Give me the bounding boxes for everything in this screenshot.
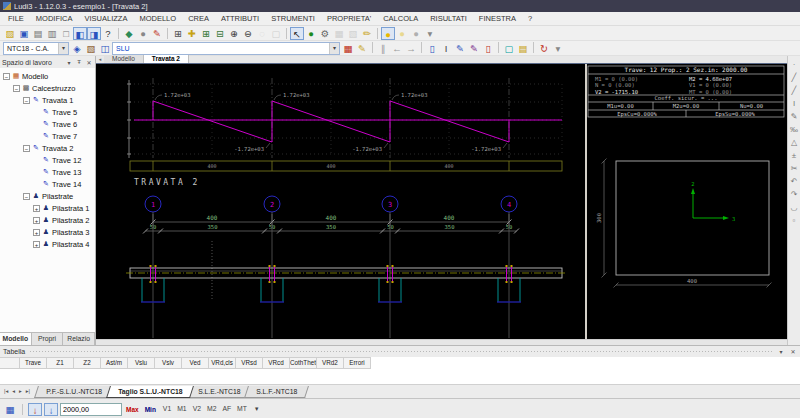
plusminus-tool-icon[interactable]: ± xyxy=(789,149,800,162)
tree-item-trave-14[interactable]: ✎ Trave 14 xyxy=(0,178,95,190)
tree-item-pilastrate[interactable]: − ♟ Pilastrate xyxy=(0,190,95,202)
min-button[interactable]: Min xyxy=(143,406,158,413)
menu-calcola[interactable]: CALCOLA xyxy=(377,12,424,25)
close-icon[interactable]: ✕ xyxy=(789,348,797,355)
text-tool-icon[interactable]: Ι xyxy=(789,97,800,110)
menu-finestra[interactable]: FINESTRA xyxy=(473,12,522,25)
tree-expander[interactable]: − xyxy=(23,145,30,152)
result-toggle[interactable]: M1 xyxy=(174,403,189,415)
zoom-in-icon[interactable]: ⊕ xyxy=(227,27,241,40)
sheet-tab-sle[interactable]: S.L.E.-NTC18 xyxy=(186,386,252,398)
close-icon[interactable]: ✕ xyxy=(85,59,93,66)
tree-item-trave-7[interactable]: ✎ Trave 7 xyxy=(0,130,95,142)
last-sheet-button[interactable]: ▸| xyxy=(24,386,32,397)
rebar-icon[interactable]: ▯ xyxy=(425,42,439,55)
report-icon[interactable]: ▤ xyxy=(516,42,530,55)
annotate-icon[interactable]: ✏ xyxy=(360,27,374,40)
menu-strumenti[interactable]: STRUMENTI xyxy=(265,12,321,25)
tree-item-modello[interactable]: − ▦ Modello xyxy=(0,70,95,82)
sections-icon[interactable]: ◫ xyxy=(98,42,112,55)
sidebar-tab-proprieta[interactable]: Propri xyxy=(32,333,64,345)
result-toggle[interactable]: MT xyxy=(234,403,250,415)
table-column-header[interactable]: VRcd xyxy=(263,357,290,369)
move-icon[interactable]: ✚ xyxy=(185,27,199,40)
pen-blue-icon[interactable]: ✎ xyxy=(453,42,467,55)
pen-purple-icon[interactable]: ✎ xyxy=(467,42,481,55)
grid-icon[interactable]: ⊞ xyxy=(171,27,185,40)
table-column-header[interactable]: Errori xyxy=(344,357,371,369)
menu-risultati[interactable]: RISULTATI xyxy=(424,12,473,25)
line-tool-icon[interactable]: ╱ xyxy=(789,71,800,84)
redo-tool-icon[interactable]: ↷ xyxy=(789,188,800,201)
check-edit-icon[interactable]: ✎ xyxy=(355,42,369,55)
step-forward-icon[interactable]: → xyxy=(404,42,418,55)
next-sheet-button[interactable]: ▸ xyxy=(17,386,24,397)
table-body[interactable] xyxy=(0,369,800,385)
step-back-icon[interactable]: ← xyxy=(390,42,404,55)
tab-scroll-left-button[interactable]: ◂ xyxy=(96,56,104,63)
table-column-header[interactable]: Ved xyxy=(182,357,209,369)
draw-icon[interactable]: ✎ xyxy=(150,27,164,40)
drawing-canvas[interactable]: 1.72e+03 1.72e+03 1.72e+03 -1.72e+03 -1.… xyxy=(96,64,585,339)
sheet-tab-pf-slu[interactable]: P.F.-S.L.U.-NTC18 xyxy=(34,386,114,398)
table-column-header[interactable]: Vslv xyxy=(155,357,182,369)
chevron-down-icon[interactable]: ▾ xyxy=(329,43,339,54)
max-button[interactable]: Max xyxy=(124,406,141,413)
pin-icon[interactable]: Ŧ xyxy=(75,59,83,65)
refresh-icon[interactable]: ↻ xyxy=(537,42,551,55)
render-icon[interactable]: ● xyxy=(304,27,318,40)
chevron-down-icon[interactable]: ▾ xyxy=(65,59,73,66)
arc-tool-icon[interactable]: ◡ xyxy=(789,201,800,214)
result-toggle[interactable]: AF xyxy=(219,403,234,415)
sidebar-tab-modello[interactable]: Modello xyxy=(0,333,32,345)
help-cursor-icon[interactable]: ? xyxy=(101,27,115,40)
table-tool-icon[interactable]: ▦ xyxy=(3,403,17,416)
calc-table-icon[interactable]: ▦ xyxy=(341,42,355,55)
solid-view-icon[interactable]: ◆ xyxy=(122,27,136,40)
materials-icon[interactable]: ▧ xyxy=(84,42,98,55)
polyline-tool-icon[interactable]: ╱ xyxy=(789,84,800,97)
tree-item-pilastrata-2[interactable]: + ♟ Pilastrata 2 xyxy=(0,214,95,226)
sheet-tab-taglio-slu[interactable]: Taglio S.L.U.-NTC18 xyxy=(106,386,194,398)
tree-item-pilastrata-1[interactable]: + ♟ Pilastrata 1 xyxy=(0,202,95,214)
save-icon[interactable]: ▣ xyxy=(17,27,31,40)
menu-file[interactable]: FILE xyxy=(2,12,30,25)
tree-item-trave-5[interactable]: ✎ Trave 5 xyxy=(0,106,95,118)
sort-asc-icon[interactable]: ↓ xyxy=(44,403,58,416)
table-column-header[interactable]: Z1 xyxy=(47,357,74,369)
threshold-input[interactable] xyxy=(60,403,122,416)
canvas-tab-travata-2[interactable]: Travata 2 xyxy=(144,55,189,63)
table-column-header[interactable]: Trave xyxy=(20,357,47,369)
tree-expander[interactable]: + xyxy=(33,241,40,248)
print-icon[interactable]: ▥ xyxy=(45,27,59,40)
pencil-tool-icon[interactable]: ✎ xyxy=(789,110,800,123)
combination-combo[interactable]: SLU ▾ xyxy=(112,42,340,55)
tree-item-trave-6[interactable]: ✎ Trave 6 xyxy=(0,118,95,130)
tree-expander[interactable]: − xyxy=(3,73,10,80)
panel-drag-handle[interactable] xyxy=(29,350,773,354)
row2-overflow-icon[interactable]: ▾ xyxy=(551,42,565,55)
cut-tool-icon[interactable]: ✂ xyxy=(789,162,800,175)
tree-item-calcestruzzo[interactable]: − ▩ Calcestruzzo xyxy=(0,82,95,94)
select-icon[interactable]: ↖ xyxy=(290,27,304,40)
norm-combo[interactable]: NTC18 - C.A. ▾ xyxy=(3,42,69,55)
mesh-view-icon[interactable]: ● xyxy=(136,27,150,40)
result-toggle[interactable]: V2 xyxy=(190,403,204,415)
open-icon[interactable]: ▨ xyxy=(3,27,17,40)
fit-view-icon[interactable]: ▢ xyxy=(269,27,283,40)
collapse-icon[interactable]: ⊟ xyxy=(213,27,227,40)
chevron-down-icon[interactable]: ▾ xyxy=(777,348,785,355)
sheet-tab-slf[interactable]: S.L.F.-NTC18 xyxy=(245,386,310,398)
table-column-header[interactable]: VRd,cls xyxy=(209,357,236,369)
pause-icon[interactable]: ∥ xyxy=(376,42,390,55)
box-red-icon[interactable]: ▯ xyxy=(481,42,495,55)
table-column-header[interactable]: Vslu xyxy=(128,357,155,369)
tree-expander[interactable]: − xyxy=(23,97,30,104)
table-column-header[interactable]: VRd2 xyxy=(317,357,344,369)
row1-overflow-icon[interactable]: ▾ xyxy=(423,27,437,40)
lamp-off-icon[interactable]: ● xyxy=(409,27,423,40)
table-column-header[interactable]: Ast/m xyxy=(101,357,128,369)
dot-tool-icon[interactable]: · xyxy=(789,58,800,71)
sheet-view-icon[interactable]: ▧ xyxy=(346,27,360,40)
result-toggle[interactable]: V1 xyxy=(160,403,174,415)
